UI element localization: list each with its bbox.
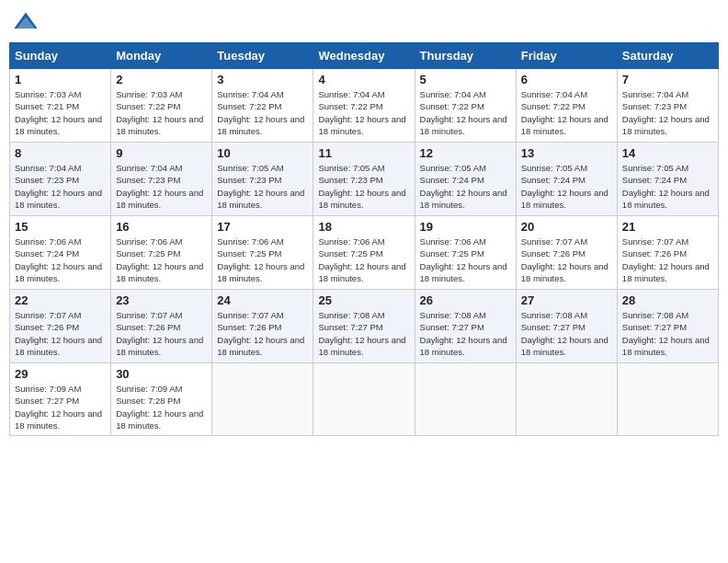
- day-info: Sunrise: 7:07 AMSunset: 7:26 PMDaylight:…: [15, 309, 106, 358]
- day-number: 25: [318, 293, 409, 307]
- calendar-cell: 14Sunrise: 7:05 AMSunset: 7:24 PMDayligh…: [617, 143, 718, 216]
- day-number: 6: [521, 73, 612, 86]
- calendar-cell: 21Sunrise: 7:07 AMSunset: 7:26 PMDayligh…: [617, 216, 718, 290]
- day-info: Sunrise: 7:06 AMSunset: 7:25 PMDaylight:…: [116, 236, 207, 284]
- day-number: 20: [521, 220, 612, 234]
- day-info: Sunrise: 7:06 AMSunset: 7:25 PMDaylight:…: [318, 236, 409, 284]
- calendar-week-2: 8Sunrise: 7:04 AMSunset: 7:23 PMDaylight…: [10, 143, 719, 216]
- day-info: Sunrise: 7:05 AMSunset: 7:24 PMDaylight:…: [420, 162, 511, 211]
- day-info: Sunrise: 7:09 AMSunset: 7:28 PMDaylight:…: [116, 383, 207, 431]
- calendar-week-1: 1Sunrise: 7:03 AMSunset: 7:21 PMDaylight…: [10, 69, 719, 143]
- calendar-cell: 2Sunrise: 7:03 AMSunset: 7:22 PMDaylight…: [111, 69, 212, 143]
- calendar-header-wednesday: Wednesday: [313, 43, 415, 69]
- calendar-cell: 7Sunrise: 7:04 AMSunset: 7:23 PMDaylight…: [617, 69, 718, 143]
- day-info: Sunrise: 7:08 AMSunset: 7:27 PMDaylight:…: [318, 309, 409, 358]
- day-number: 26: [420, 293, 511, 307]
- day-info: Sunrise: 7:05 AMSunset: 7:24 PMDaylight:…: [521, 162, 612, 211]
- day-number: 22: [15, 293, 106, 307]
- calendar-cell: 5Sunrise: 7:04 AMSunset: 7:22 PMDaylight…: [415, 69, 516, 143]
- day-info: Sunrise: 7:05 AMSunset: 7:23 PMDaylight:…: [318, 162, 409, 211]
- calendar-cell: 4Sunrise: 7:04 AMSunset: 7:22 PMDaylight…: [313, 69, 415, 143]
- day-info: Sunrise: 7:04 AMSunset: 7:23 PMDaylight:…: [15, 162, 106, 211]
- calendar-cell: 20Sunrise: 7:07 AMSunset: 7:26 PMDayligh…: [516, 216, 617, 290]
- calendar-header-row: SundayMondayTuesdayWednesdayThursdayFrid…: [10, 43, 719, 69]
- calendar-cell: 6Sunrise: 7:04 AMSunset: 7:22 PMDaylight…: [516, 69, 617, 143]
- day-number: 7: [622, 73, 713, 86]
- day-number: 21: [622, 220, 713, 234]
- day-info: Sunrise: 7:04 AMSunset: 7:22 PMDaylight:…: [420, 88, 511, 137]
- calendar-cell: 30Sunrise: 7:09 AMSunset: 7:28 PMDayligh…: [111, 363, 212, 436]
- calendar-week-3: 15Sunrise: 7:06 AMSunset: 7:24 PMDayligh…: [10, 216, 719, 290]
- calendar-cell: 10Sunrise: 7:05 AMSunset: 7:23 PMDayligh…: [212, 143, 313, 216]
- calendar-cell: [516, 363, 617, 436]
- day-number: 1: [15, 73, 106, 86]
- day-number: 17: [217, 220, 308, 234]
- calendar-cell: 1Sunrise: 7:03 AMSunset: 7:21 PMDaylight…: [10, 69, 111, 143]
- day-info: Sunrise: 7:07 AMSunset: 7:26 PMDaylight:…: [217, 309, 308, 358]
- day-info: Sunrise: 7:06 AMSunset: 7:25 PMDaylight:…: [420, 236, 511, 284]
- calendar-cell: 26Sunrise: 7:08 AMSunset: 7:27 PMDayligh…: [415, 290, 516, 363]
- day-number: 19: [420, 220, 511, 234]
- day-info: Sunrise: 7:08 AMSunset: 7:27 PMDaylight:…: [521, 309, 612, 358]
- day-number: 14: [622, 146, 713, 160]
- calendar-cell: 19Sunrise: 7:06 AMSunset: 7:25 PMDayligh…: [415, 216, 516, 290]
- day-info: Sunrise: 7:04 AMSunset: 7:23 PMDaylight:…: [622, 88, 713, 137]
- day-number: 10: [217, 146, 308, 160]
- day-number: 30: [116, 367, 207, 381]
- day-info: Sunrise: 7:07 AMSunset: 7:26 PMDaylight:…: [521, 236, 612, 284]
- day-number: 8: [15, 146, 106, 160]
- calendar-cell: 3Sunrise: 7:04 AMSunset: 7:22 PMDaylight…: [212, 69, 313, 143]
- calendar-cell: 16Sunrise: 7:06 AMSunset: 7:25 PMDayligh…: [111, 216, 212, 290]
- calendar-week-5: 29Sunrise: 7:09 AMSunset: 7:27 PMDayligh…: [10, 363, 719, 436]
- day-number: 4: [318, 73, 409, 86]
- day-number: 28: [622, 293, 713, 307]
- calendar-header-saturday: Saturday: [617, 43, 718, 69]
- day-info: Sunrise: 7:04 AMSunset: 7:22 PMDaylight:…: [318, 88, 409, 137]
- day-number: 27: [521, 293, 612, 307]
- day-number: 11: [318, 146, 409, 160]
- day-info: Sunrise: 7:03 AMSunset: 7:21 PMDaylight:…: [15, 88, 106, 137]
- day-info: Sunrise: 7:04 AMSunset: 7:23 PMDaylight:…: [116, 162, 207, 211]
- day-number: 9: [116, 146, 207, 160]
- day-info: Sunrise: 7:06 AMSunset: 7:24 PMDaylight:…: [15, 236, 106, 284]
- calendar-cell: 12Sunrise: 7:05 AMSunset: 7:24 PMDayligh…: [415, 143, 516, 216]
- day-info: Sunrise: 7:08 AMSunset: 7:27 PMDaylight:…: [420, 309, 511, 358]
- day-number: 12: [420, 146, 511, 160]
- header: [9, 9, 719, 35]
- day-info: Sunrise: 7:07 AMSunset: 7:26 PMDaylight:…: [116, 309, 207, 358]
- calendar-cell: 29Sunrise: 7:09 AMSunset: 7:27 PMDayligh…: [10, 363, 111, 436]
- calendar-cell: 8Sunrise: 7:04 AMSunset: 7:23 PMDaylight…: [10, 143, 111, 216]
- day-info: Sunrise: 7:06 AMSunset: 7:25 PMDaylight:…: [217, 236, 308, 284]
- calendar-cell: 18Sunrise: 7:06 AMSunset: 7:25 PMDayligh…: [313, 216, 415, 290]
- calendar-cell: 28Sunrise: 7:08 AMSunset: 7:27 PMDayligh…: [617, 290, 718, 363]
- day-number: 24: [217, 293, 308, 307]
- calendar-header-thursday: Thursday: [415, 43, 516, 69]
- calendar-cell: 22Sunrise: 7:07 AMSunset: 7:26 PMDayligh…: [10, 290, 111, 363]
- day-info: Sunrise: 7:04 AMSunset: 7:22 PMDaylight:…: [217, 88, 308, 137]
- day-info: Sunrise: 7:07 AMSunset: 7:26 PMDaylight:…: [622, 236, 713, 284]
- day-number: 5: [420, 73, 511, 86]
- day-number: 15: [15, 220, 106, 234]
- day-info: Sunrise: 7:05 AMSunset: 7:24 PMDaylight:…: [622, 162, 713, 211]
- calendar-cell: [617, 363, 718, 436]
- calendar-cell: 17Sunrise: 7:06 AMSunset: 7:25 PMDayligh…: [212, 216, 313, 290]
- day-info: Sunrise: 7:03 AMSunset: 7:22 PMDaylight:…: [116, 88, 207, 137]
- day-info: Sunrise: 7:08 AMSunset: 7:27 PMDaylight:…: [622, 309, 713, 358]
- day-number: 23: [116, 293, 207, 307]
- day-number: 2: [116, 73, 207, 86]
- calendar-cell: 23Sunrise: 7:07 AMSunset: 7:26 PMDayligh…: [111, 290, 212, 363]
- day-number: 16: [116, 220, 207, 234]
- logo: [13, 9, 40, 35]
- day-number: 3: [217, 73, 308, 86]
- calendar-cell: [415, 363, 516, 436]
- calendar-cell: 11Sunrise: 7:05 AMSunset: 7:23 PMDayligh…: [313, 143, 415, 216]
- calendar-cell: 27Sunrise: 7:08 AMSunset: 7:27 PMDayligh…: [516, 290, 617, 363]
- calendar-cell: 25Sunrise: 7:08 AMSunset: 7:27 PMDayligh…: [313, 290, 415, 363]
- calendar-header-friday: Friday: [516, 43, 617, 69]
- calendar-header-monday: Monday: [111, 43, 212, 69]
- calendar-cell: 24Sunrise: 7:07 AMSunset: 7:26 PMDayligh…: [212, 290, 313, 363]
- calendar-week-4: 22Sunrise: 7:07 AMSunset: 7:26 PMDayligh…: [10, 290, 719, 363]
- calendar-table: SundayMondayTuesdayWednesdayThursdayFrid…: [9, 42, 719, 436]
- calendar-cell: 9Sunrise: 7:04 AMSunset: 7:23 PMDaylight…: [111, 143, 212, 216]
- day-info: Sunrise: 7:05 AMSunset: 7:23 PMDaylight:…: [217, 162, 308, 211]
